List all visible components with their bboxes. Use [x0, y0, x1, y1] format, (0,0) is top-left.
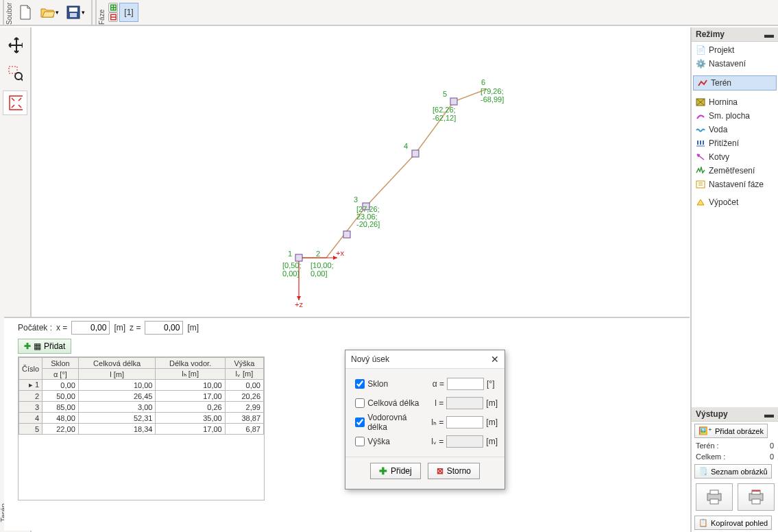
field-checkbox[interactable] [355, 397, 365, 409]
outputs-panel: Výstupy ▬ 🖼️⁺ Přidat obrázek Terén : 0 C… [692, 407, 778, 532]
copy-view-button[interactable]: 📋 Kopírovat pohled [694, 516, 772, 530]
table-row[interactable]: ▸ 10,0010,0010,000,00 [19, 380, 264, 391]
mode-label: Projekt [709, 45, 734, 55]
add-segment-button[interactable]: ✚ ▦ Přidat [18, 339, 71, 354]
origin-z-input[interactable] [145, 321, 183, 335]
field-checkbox[interactable] [355, 378, 365, 390]
table-row[interactable]: 448,0052,3135,0038,87 [19, 413, 264, 424]
svg-text:1: 1 [288, 250, 292, 258]
mode-label: Hornina [709, 97, 738, 107]
mode-label: Kotvy [709, 152, 729, 162]
dialog-titlebar[interactable]: Nový úsek ✕ [345, 350, 505, 369]
new-file-button[interactable] [16, 3, 35, 22]
field-input[interactable] [446, 416, 483, 428]
dialog-field-row: Vodorovná délkalₕ =[m] [352, 413, 498, 432]
dialog-cancel-button[interactable]: ⊠ Storno [428, 463, 480, 479]
svg-rect-42 [752, 499, 760, 504]
mode-item-anchors[interactable]: Kotvy [692, 150, 778, 164]
folder-open-icon [40, 5, 55, 20]
origin-z-unit: [m] [187, 323, 199, 332]
svg-text:-68,99]: -68,99] [481, 95, 504, 104]
dialog-add-button[interactable]: ✚ Přidej [370, 463, 421, 479]
minus-icon: ⊟ [110, 13, 117, 21]
svg-rect-28 [450, 98, 457, 105]
pan-tool-button[interactable] [3, 33, 27, 58]
dropdown-icon: ▾ [56, 9, 59, 16]
svg-point-4 [15, 73, 22, 80]
field-input [446, 435, 483, 448]
svg-text:6: 6 [481, 78, 485, 86]
field-input[interactable] [447, 378, 484, 390]
print-color-button[interactable] [738, 483, 775, 511]
svg-text:[79,26;: [79,26; [481, 87, 504, 95]
mode-item-project[interactable]: 📄 Projekt [692, 43, 778, 57]
fit-icon [8, 94, 23, 112]
zoom-tool-button[interactable] [3, 62, 27, 86]
add-phase-button[interactable]: ⊞ [108, 3, 118, 12]
col-number: Číslo [19, 358, 42, 380]
mode-item-settings[interactable]: ⚙️ Nastavení [692, 57, 778, 71]
col-hlength-unit: lₕ [m] [156, 369, 225, 380]
field-unit: [m] [486, 398, 498, 408]
list-icon: 🗒️ [698, 467, 708, 476]
mode-item-analysis[interactable]: Výpočet [692, 195, 778, 209]
plus-icon: ✚ [379, 466, 387, 476]
zoom-icon [8, 65, 23, 83]
mode-item-surcharge[interactable]: Přitížení [692, 136, 778, 150]
file-group-label: Soubor [3, 0, 14, 25]
anchor-icon [696, 152, 705, 162]
origin-x-input[interactable] [71, 321, 110, 335]
mode-label: Nastavení [709, 59, 746, 69]
col-hlength: Délka vodor. [156, 358, 225, 369]
minimize-icon[interactable]: ▬ [764, 411, 774, 417]
close-icon[interactable]: ✕ [491, 354, 499, 365]
phase-tab-1[interactable]: [1] [119, 3, 138, 22]
mode-item-terrain[interactable]: Terén [693, 75, 777, 90]
svg-rect-1 [69, 8, 77, 12]
mode-item-slip[interactable]: Sm. plocha [692, 109, 778, 123]
mode-item-stage-settings[interactable]: Nastavení fáze [692, 178, 778, 191]
field-checkbox[interactable] [355, 435, 365, 448]
modes-header-label: Režimy [696, 29, 725, 39]
mode-item-soil[interactable]: Hornina [692, 95, 778, 109]
terrain-count-label: Terén : [696, 442, 719, 450]
field-label: Vodorovná délka [367, 413, 428, 432]
soil-icon [696, 97, 705, 107]
picture-list-button[interactable]: 🗒️ Seznam obrázků [694, 464, 772, 479]
svg-text:[62,26;: [62,26; [433, 106, 456, 114]
add-picture-button[interactable]: 🖼️⁺ Přidat obrázek [694, 424, 768, 438]
origin-x-label: x = [56, 323, 67, 332]
plus-icon: ✚ [24, 341, 31, 351]
remove-phase-button[interactable]: ⊟ [108, 12, 118, 22]
gear-icon: ⚙️ [696, 59, 705, 69]
svg-rect-3 [9, 66, 17, 73]
table-row[interactable]: 522,0018,3417,006,87 [19, 424, 264, 435]
mode-item-water[interactable]: Voda [692, 123, 778, 136]
add-picture-icon: 🖼️⁺ [698, 426, 712, 435]
canvas-viewport[interactable]: +x +z 1 [0,50; 0,00] 2 [10,00; 0,00] 3 [… [32, 27, 690, 315]
save-file-button[interactable]: ▾ [64, 3, 87, 22]
fit-view-button[interactable] [3, 90, 27, 115]
open-file-button[interactable]: ▾ [38, 3, 61, 22]
new-segment-dialog: Nový úsek ✕ Sklonα =[°]Celková délkal =[… [345, 350, 505, 489]
dialog-add-label: Přidej [391, 466, 412, 476]
minimize-icon[interactable]: ▬ [764, 32, 774, 37]
col-slope-unit: α [°] [42, 369, 79, 380]
col-height: Výška [225, 358, 263, 369]
svg-rect-2 [70, 13, 77, 17]
table-row[interactable]: 250,0026,4517,0020,26 [19, 391, 264, 402]
field-symbol: lᵥ = [428, 437, 443, 446]
mode-item-earthquake[interactable]: Zemětřesení [692, 164, 778, 178]
shear-icon [696, 111, 705, 121]
table-row[interactable]: 385,003,000,262,99 [19, 402, 264, 413]
print-button[interactable] [696, 483, 733, 511]
modes-list: 📄 Projekt ⚙️ Nastavení Terén Hornina Sm.… [692, 42, 778, 210]
segments-table-wrap: Číslo Sklon Celková délka Délka vodor. V… [18, 356, 265, 500]
svg-text:-20,26]: -20,26] [356, 220, 380, 228]
segments-table[interactable]: Číslo Sklon Celková délka Délka vodor. V… [19, 357, 264, 435]
field-label: Sklon [367, 379, 428, 389]
terrain-plot: +x +z 1 [0,50; 0,00] 2 [10,00; 0,00] 3 [… [32, 27, 690, 315]
mode-label: Přitížení [709, 138, 739, 148]
field-checkbox[interactable] [355, 416, 365, 428]
mode-label: Výpočet [709, 197, 738, 207]
